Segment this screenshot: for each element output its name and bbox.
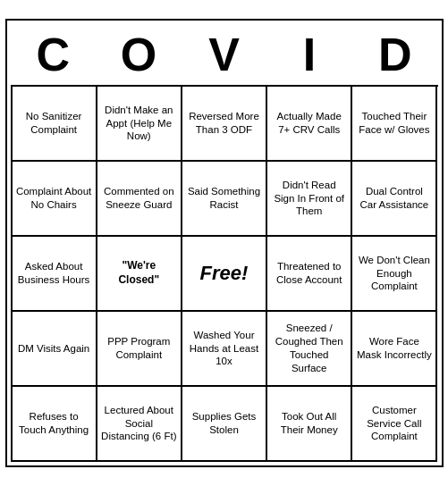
cell-label: Commented on Sneeze Guard (101, 185, 177, 212)
cell-label: Sneezed / Coughed Then Touched Surface (271, 322, 347, 375)
cell-label: Didn't Make an Appt (Help Me Now) (101, 104, 177, 144)
cell-label: Touched Their Face w/ Gloves (356, 110, 432, 137)
cell-label: Customer Service Call Complaint (356, 404, 432, 444)
bingo-cell-r2c1[interactable]: Complaint About No Chairs (13, 162, 97, 237)
cell-label: We Don't Clean Enough Complaint (356, 254, 432, 294)
cell-label: Supplies Gets Stolen (186, 410, 262, 437)
cell-label: Washed Your Hands at Least 10x (186, 329, 262, 369)
cell-label: Threatened to Close Account (271, 260, 347, 287)
header-letter: I (266, 24, 352, 85)
cell-label: Reversed More Than 3 ODF (186, 110, 262, 137)
bingo-cell-r1c2[interactable]: Didn't Make an Appt (Help Me Now) (97, 87, 182, 162)
bingo-cell-r4c3[interactable]: Washed Your Hands at Least 10x (182, 312, 267, 387)
bingo-cell-r3c4[interactable]: Threatened to Close Account (267, 237, 352, 312)
bingo-cell-r3c2[interactable]: "We're Closed" (97, 237, 182, 312)
bingo-grid: No Sanitizer ComplaintDidn't Make an App… (11, 85, 438, 462)
cell-label: Lectured About Social Distancing (6 Ft) (101, 404, 177, 444)
cell-label: Took Out All Their Money (271, 410, 347, 437)
bingo-cell-r5c2[interactable]: Lectured About Social Distancing (6 Ft) (97, 387, 182, 462)
bingo-cell-r4c5[interactable]: Wore Face Mask Incorrectly (352, 312, 437, 387)
cell-label: Complaint About No Chairs (16, 185, 92, 212)
bingo-cell-r3c5[interactable]: We Don't Clean Enough Complaint (352, 237, 437, 312)
bingo-cell-r5c4[interactable]: Took Out All Their Money (267, 387, 352, 462)
bingo-cell-r1c1[interactable]: No Sanitizer Complaint (13, 87, 97, 162)
bingo-header: COVID (11, 24, 438, 85)
cell-label: Dual Control Car Assistance (356, 185, 432, 212)
bingo-cell-r2c3[interactable]: Said Something Racist (182, 162, 267, 237)
bingo-cell-r3c3[interactable]: Free! (182, 237, 267, 312)
cell-label: Wore Face Mask Incorrectly (356, 335, 432, 362)
bingo-cell-r2c5[interactable]: Dual Control Car Assistance (352, 162, 437, 237)
cell-label: Refuses to Touch Anything (16, 410, 92, 437)
bingo-cell-r2c2[interactable]: Commented on Sneeze Guard (97, 162, 182, 237)
cell-label: "We're Closed" (101, 259, 177, 287)
bingo-cell-r5c1[interactable]: Refuses to Touch Anything (13, 387, 97, 462)
cell-label: No Sanitizer Complaint (16, 110, 92, 137)
cell-label: PPP Program Complaint (101, 335, 177, 362)
header-letter: C (11, 24, 97, 85)
cell-label: Didn't Read Sign In Front of Them (271, 179, 347, 219)
bingo-cell-r5c3[interactable]: Supplies Gets Stolen (182, 387, 267, 462)
header-letter: D (352, 24, 438, 85)
bingo-cell-r5c5[interactable]: Customer Service Call Complaint (352, 387, 437, 462)
bingo-cell-r4c1[interactable]: DM Visits Again (13, 312, 97, 387)
cell-label: Said Something Racist (186, 185, 262, 212)
bingo-cell-r2c4[interactable]: Didn't Read Sign In Front of Them (267, 162, 352, 237)
bingo-card: COVID No Sanitizer ComplaintDidn't Make … (5, 19, 444, 467)
cell-label: DM Visits Again (18, 342, 89, 356)
bingo-cell-r1c5[interactable]: Touched Their Face w/ Gloves (352, 87, 437, 162)
header-letter: O (96, 24, 182, 85)
cell-label: Asked About Business Hours (16, 260, 92, 287)
bingo-cell-r1c4[interactable]: Actually Made 7+ CRV Calls (267, 87, 352, 162)
bingo-cell-r3c1[interactable]: Asked About Business Hours (13, 237, 97, 312)
header-letter: V (182, 24, 267, 85)
bingo-cell-r4c4[interactable]: Sneezed / Coughed Then Touched Surface (267, 312, 352, 387)
cell-label: Free! (200, 261, 249, 287)
bingo-cell-r1c3[interactable]: Reversed More Than 3 ODF (182, 87, 267, 162)
cell-label: Actually Made 7+ CRV Calls (271, 110, 347, 137)
bingo-cell-r4c2[interactable]: PPP Program Complaint (97, 312, 182, 387)
